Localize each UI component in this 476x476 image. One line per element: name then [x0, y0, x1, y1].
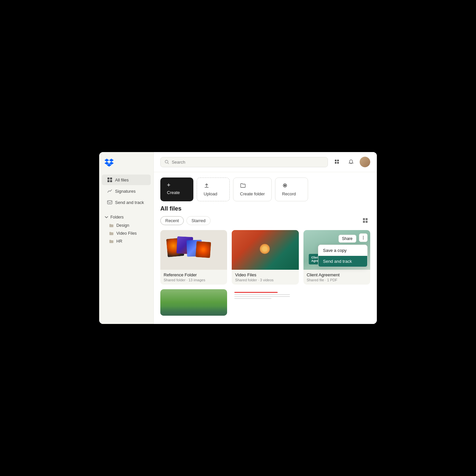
svg-point-18 [363, 237, 364, 238]
folders-header[interactable]: Folders [102, 213, 151, 221]
file-card-empty [303, 289, 370, 316]
folder-icon [109, 239, 114, 243]
sidebar-folder-design[interactable]: Design [102, 221, 151, 229]
svg-rect-0 [107, 178, 109, 179]
svg-rect-15 [363, 221, 365, 223]
dropdown-item-send-and-track[interactable]: Send and track [318, 256, 367, 267]
video-orb [260, 244, 270, 254]
create-folder-label: Create folder [240, 191, 265, 196]
file-info: Video Files Shared folder · 3 videos [232, 270, 298, 285]
sidebar-item-send-and-track[interactable]: Send and track [102, 197, 151, 208]
tab-starred[interactable]: Starred [186, 216, 211, 225]
sidebar-folder-hr[interactable]: HR [102, 237, 151, 245]
all-files-icon [107, 177, 112, 182]
sidebar-item-label: All files [115, 178, 129, 182]
upload-icon [204, 182, 210, 189]
folders-header-label: Folders [110, 215, 124, 219]
record-icon [282, 182, 288, 189]
avatar[interactable] [360, 157, 370, 167]
file-card-video-files[interactable]: Video Files Shared folder · 3 videos [232, 230, 298, 285]
file-card-doc[interactable] [232, 289, 298, 316]
tab-recent[interactable]: Recent [160, 216, 184, 225]
dropbox-logo-icon [104, 159, 114, 167]
bell-icon [348, 159, 354, 165]
nature-thumbnail [160, 289, 227, 316]
svg-point-12 [284, 185, 286, 186]
share-button[interactable]: Share [338, 235, 356, 243]
create-folder-icon [240, 182, 246, 189]
sidebar-folders: Folders Design Video Files HR [99, 213, 153, 245]
create-label: Create [167, 190, 180, 195]
file-meta: Shared folder · 3 videos [235, 278, 295, 282]
more-options-button[interactable] [359, 233, 368, 242]
create-plus-icon: + [167, 182, 171, 188]
svg-point-17 [363, 236, 364, 237]
upload-label: Upload [204, 191, 217, 196]
search-bar[interactable] [160, 157, 328, 167]
svg-rect-14 [366, 218, 368, 220]
grid-icon [335, 159, 340, 165]
header [154, 152, 377, 172]
svg-rect-1 [110, 178, 112, 179]
sidebar-item-label: Send and track [115, 200, 144, 205]
folder-icon [109, 231, 114, 235]
sidebar: All files Signatures Send and track [99, 152, 154, 324]
search-icon [165, 160, 169, 164]
sidebar-item-label: Signatures [115, 189, 136, 194]
dropdown-item-save-copy[interactable]: Save a copy [318, 245, 367, 256]
file-card-nature[interactable] [160, 289, 227, 316]
svg-rect-10 [205, 187, 209, 188]
record-card[interactable]: Record [275, 178, 308, 201]
avatar-image [360, 157, 370, 167]
folder-icon [109, 223, 114, 227]
folder-label: Video Files [116, 231, 137, 236]
main-content: + Create Upload Create folder [154, 152, 377, 324]
files-grid: Reference Folder Shared folder · 13 imag… [160, 230, 370, 285]
create-folder-card[interactable]: Create folder [233, 178, 272, 201]
notifications-button[interactable] [346, 157, 356, 167]
svg-rect-9 [337, 162, 339, 164]
apps-grid-button[interactable] [332, 157, 342, 167]
search-input[interactable] [172, 160, 324, 165]
svg-rect-7 [337, 160, 339, 161]
svg-rect-8 [335, 162, 337, 164]
svg-rect-13 [363, 218, 365, 220]
sidebar-nav: All files Signatures Send and track [99, 175, 153, 208]
more-dots-icon [361, 235, 366, 240]
thumb-stack-4 [195, 241, 211, 258]
folder-label: HR [116, 239, 122, 244]
file-card-client-agreement[interactable]: ClientAgreement Share [303, 230, 370, 285]
file-meta: Shared file · 1 PDF [307, 278, 367, 282]
signatures-icon [107, 188, 112, 194]
context-menu-overlay: Share Save a copy Send and track [338, 233, 368, 243]
sidebar-logo [99, 159, 153, 175]
header-actions [332, 157, 370, 167]
file-card-reference-folder[interactable]: Reference Folder Shared folder · 13 imag… [160, 230, 227, 285]
sidebar-folder-video-files[interactable]: Video Files [102, 229, 151, 237]
file-name: Video Files [235, 272, 295, 277]
action-cards: + Create Upload Create folder [154, 172, 377, 205]
file-meta: Shared folder · 13 images [164, 278, 224, 282]
chevron-down-icon [104, 215, 108, 219]
file-info: Reference Folder Shared folder · 13 imag… [160, 270, 227, 285]
sidebar-item-all-files[interactable]: All files [102, 175, 151, 185]
send-track-icon [107, 200, 112, 205]
svg-point-19 [363, 239, 364, 239]
folder-label: Design [116, 223, 129, 228]
upload-card[interactable]: Upload [197, 178, 230, 201]
view-toggle-button[interactable] [360, 216, 370, 225]
svg-rect-3 [110, 180, 112, 182]
svg-rect-2 [107, 180, 109, 182]
file-info: Client Agreement Shared file · 1 PDF [303, 270, 370, 285]
file-name: Reference Folder [164, 272, 224, 277]
file-name: Client Agreement [307, 272, 367, 277]
record-label: Record [282, 191, 296, 196]
sidebar-item-signatures[interactable]: Signatures [102, 186, 151, 196]
files-grid-row2 [160, 289, 370, 316]
dropdown-menu: Save a copy Send and track [318, 245, 368, 267]
files-title: All files [160, 205, 370, 212]
grid-view-icon [363, 218, 368, 223]
svg-rect-16 [366, 221, 368, 223]
files-section: All files Recent Starred [154, 205, 377, 324]
create-card[interactable]: + Create [160, 178, 193, 201]
